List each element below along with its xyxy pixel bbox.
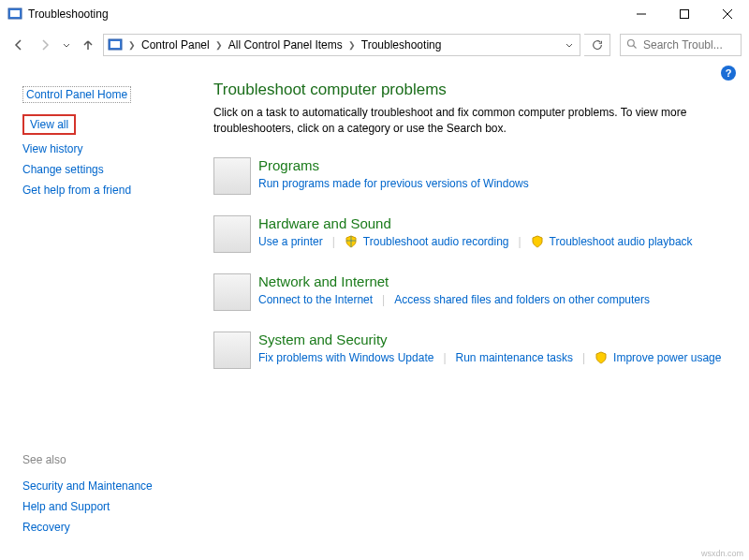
shield-icon: [531, 235, 544, 248]
breadcrumb-item[interactable]: Control Panel: [140, 38, 212, 52]
refresh-button[interactable]: [584, 34, 610, 56]
sidebar-item-view-all[interactable]: View all: [22, 114, 76, 135]
forward-button[interactable]: [34, 34, 56, 56]
breadcrumb-item[interactable]: Troubleshooting: [360, 38, 444, 52]
link-recovery[interactable]: Recovery: [22, 517, 153, 538]
back-button[interactable]: [7, 34, 30, 56]
watermark: wsxdn.com: [701, 549, 743, 558]
page-title: Troubleshoot computer problems: [213, 81, 736, 99]
svg-line-9: [634, 45, 637, 48]
link-security-maintenance[interactable]: Security and Maintenance: [22, 476, 153, 496]
category-system: System and Security Fix problems with Wi…: [213, 332, 736, 369]
address-bar[interactable]: ❯ Control Panel ❯ All Control Panel Item…: [103, 34, 580, 56]
chevron-right-icon[interactable]: ❯: [126, 40, 138, 50]
main-content: Troubleshoot computer problems Click on …: [210, 81, 736, 390]
category-title[interactable]: Hardware and Sound: [258, 215, 736, 231]
navbar: ❯ Control Panel ❯ All Control Panel Item…: [0, 28, 749, 62]
search-box[interactable]: [620, 34, 742, 56]
sidebar-item-get-help[interactable]: Get help from a friend: [22, 180, 210, 200]
close-button[interactable]: [706, 0, 749, 28]
network-icon: [213, 273, 251, 311]
chevron-right-icon[interactable]: ❯: [213, 40, 225, 50]
app-icon: [7, 7, 22, 22]
programs-icon: [213, 157, 251, 195]
link-use-printer[interactable]: Use a printer: [258, 235, 323, 248]
link-audio-recording[interactable]: Troubleshoot audio recording: [363, 235, 509, 248]
hardware-icon: [213, 215, 251, 253]
link-power-usage[interactable]: Improve power usage: [613, 351, 721, 364]
category-network: Network and Internet Connect to the Inte…: [213, 273, 736, 311]
link-connect-internet[interactable]: Connect to the Internet: [258, 293, 373, 306]
link-windows-update[interactable]: Fix problems with Windows Update: [258, 351, 433, 364]
category-programs: Programs Run programs made for previous …: [213, 157, 736, 195]
address-dropdown[interactable]: [563, 38, 576, 52]
chevron-right-icon[interactable]: ❯: [346, 40, 358, 50]
sidebar-item-view-history[interactable]: View history: [22, 139, 210, 159]
system-icon: [213, 332, 251, 369]
maximize-button[interactable]: [663, 0, 706, 28]
svg-point-8: [628, 39, 635, 46]
breadcrumb-item[interactable]: All Control Panel Items: [227, 38, 345, 52]
shield-icon: [345, 235, 358, 248]
link-audio-playback[interactable]: Troubleshoot audio playback: [550, 235, 693, 248]
up-button[interactable]: [77, 34, 99, 56]
category-hardware: Hardware and Sound Use a printer | Troub…: [213, 215, 736, 253]
titlebar: Troubleshooting: [0, 0, 749, 28]
see-also-title: See also: [22, 453, 153, 466]
search-input[interactable]: [643, 38, 735, 52]
category-title[interactable]: Network and Internet: [258, 273, 736, 289]
link-maintenance[interactable]: Run maintenance tasks: [456, 351, 573, 364]
svg-rect-7: [110, 41, 120, 48]
link-help-support[interactable]: Help and Support: [22, 496, 153, 517]
sidebar-item-change-settings[interactable]: Change settings: [22, 159, 210, 180]
link-shared-files[interactable]: Access shared files and folders on other…: [394, 293, 650, 306]
see-also: See also Security and Maintenance Help a…: [22, 453, 153, 538]
control-panel-home-link[interactable]: Control Panel Home: [22, 86, 131, 103]
history-dropdown[interactable]: [60, 38, 73, 52]
sidebar: Control Panel Home View all View history…: [22, 81, 210, 390]
help-icon[interactable]: ?: [721, 66, 736, 81]
location-icon: [108, 37, 123, 52]
svg-rect-3: [681, 10, 689, 19]
category-title[interactable]: Programs: [258, 157, 736, 173]
search-icon: [626, 38, 638, 52]
category-title[interactable]: System and Security: [258, 332, 736, 347]
minimize-button[interactable]: [620, 0, 663, 28]
link-run-compat[interactable]: Run programs made for previous versions …: [258, 177, 529, 190]
window-title: Troubleshooting: [28, 7, 620, 21]
page-description: Click on a task to automatically trouble…: [213, 105, 736, 137]
svg-rect-1: [10, 10, 20, 17]
shield-icon: [595, 351, 608, 364]
